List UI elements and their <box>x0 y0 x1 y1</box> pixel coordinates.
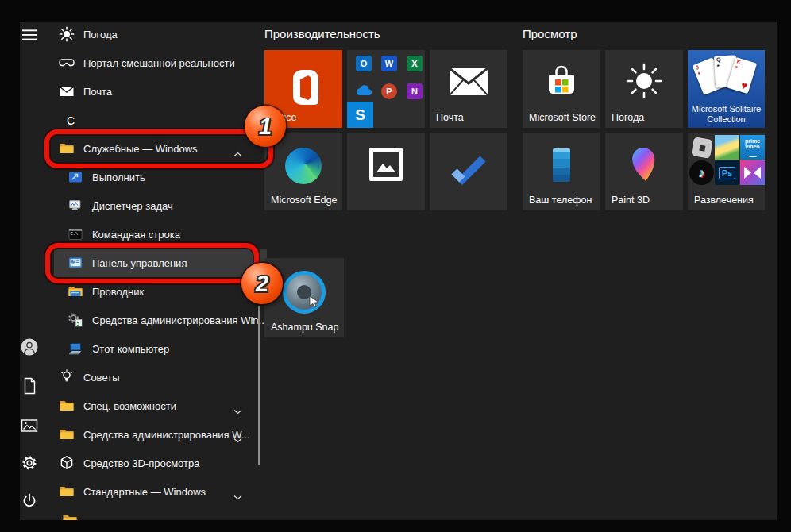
folder-icon <box>59 398 75 414</box>
document-icon <box>21 377 37 395</box>
tile-weather[interactable]: Погода <box>605 50 683 128</box>
weather-sun-icon <box>625 62 663 103</box>
tile-mail[interactable]: Почта <box>430 50 507 128</box>
tile-group-title: Просмотр <box>523 27 577 40</box>
onedrive-icon <box>355 84 372 100</box>
hamburger-icon <box>21 27 37 43</box>
tile-microsoft-store[interactable]: Microsoft Store <box>523 50 600 128</box>
skype-icon: S <box>347 102 373 128</box>
app-row-weather[interactable]: Погода <box>54 22 267 48</box>
app-row-this-pc[interactable]: Этот компьютер <box>54 334 267 363</box>
command-prompt-icon: C:\ <box>68 226 83 242</box>
weather-sun-icon <box>59 26 75 42</box>
chevron-down-icon <box>233 489 242 503</box>
start-menu: Погода Портал смешанной реальности Почта… <box>20 22 777 520</box>
tile-label: Microsoft Solitaire Collection <box>688 104 765 125</box>
tile-group-title: Производительность <box>264 27 380 40</box>
tile-to-do[interactable] <box>430 133 507 210</box>
admin-tools-icon <box>68 312 83 328</box>
app-row-windows-accessories-folder[interactable]: Стандартные — Windows <box>54 477 267 506</box>
app-row-admin-tools[interactable]: Средства администрирования Win... <box>54 306 267 334</box>
tile-label: Ваш телефон <box>529 195 592 206</box>
mail-envelope-icon <box>450 68 488 98</box>
app-row-accessibility-folder[interactable]: Спец. возможности <box>54 391 267 420</box>
tile-label: Microsoft Edge <box>271 195 337 206</box>
app-row-label: Погода <box>83 29 118 40</box>
photos-icon <box>369 148 403 184</box>
app-row-mixed-reality-portal[interactable]: Портал смешанной реальности <box>54 48 267 77</box>
tile-label: Microsoft Store <box>529 112 596 123</box>
photoshop-express-icon: Ps <box>715 160 739 185</box>
power-icon <box>21 492 38 510</box>
app-row-label: Советы <box>83 372 119 384</box>
app-row-task-manager[interactable]: Диспетчер задач <box>54 191 267 220</box>
gear-icon <box>21 454 38 472</box>
chevron-down-icon <box>233 432 242 446</box>
edge-logo-icon <box>285 148 322 184</box>
file-explorer-icon <box>68 283 83 299</box>
settings-button[interactable] <box>21 454 38 472</box>
app-row-admin-tools-folder[interactable]: Средства администрирования W... <box>54 420 267 449</box>
app-list-scrollbar[interactable] <box>258 306 260 465</box>
roblox-icon <box>689 135 714 160</box>
documents-button[interactable] <box>21 377 38 395</box>
app-row-tips[interactable]: Советы <box>54 363 267 391</box>
word-icon: W <box>381 56 397 71</box>
folder-icon <box>59 426 75 442</box>
task-manager-icon <box>68 198 83 214</box>
app-row-label: Спец. возможности <box>83 400 176 412</box>
app-row-label: Командная строка <box>92 229 180 241</box>
tile-solitaire[interactable]: J♦♦ Q♠♠ K♥♥ Microsoft Solitaire Collecti… <box>688 50 765 128</box>
app-row-3d-viewer[interactable]: Средство 3D-просмотра <box>54 449 267 477</box>
tiktok-icon: ♪ <box>689 160 714 185</box>
hamburger-menu-button[interactable] <box>21 26 38 44</box>
folder-icon <box>59 484 75 499</box>
store-bag-icon <box>543 63 580 102</box>
app-row-label: Портал смешанной реальности <box>83 57 235 69</box>
bowtie-app-icon <box>740 160 765 185</box>
app-row-partial-folder <box>62 512 78 520</box>
tile-your-phone[interactable]: Ваш телефон <box>523 133 600 210</box>
run-icon <box>68 169 83 185</box>
pictures-button[interactable] <box>21 417 38 434</box>
svg-text:C:\: C:\ <box>71 231 79 237</box>
ashampoo-snap-icon <box>283 271 326 314</box>
app-row-label: Средства администрирования Win... <box>92 314 267 326</box>
outlook-icon: O <box>356 56 372 71</box>
tile-photos[interactable] <box>347 133 425 210</box>
pictures-icon <box>21 418 38 434</box>
app-row-label: Проводник <box>92 286 144 298</box>
app-row-label: Стандартные — Windows <box>83 486 206 498</box>
tile-entertainment[interactable]: prime video ♪ Ps Развлечения <box>688 133 765 210</box>
tile-label: Почта <box>436 112 464 123</box>
mail-envelope-icon <box>59 83 75 99</box>
tile-office-apps-cluster[interactable]: O W X P N S <box>347 50 425 128</box>
app-row-label: Выполнить <box>92 172 145 183</box>
tile-label: Ashampu Snap <box>271 322 338 333</box>
this-pc-icon <box>68 341 83 357</box>
powerpoint-icon: P <box>381 83 397 99</box>
tile-paint-3d[interactable]: Paint 3D <box>605 133 683 210</box>
todo-checkmark-icon <box>449 153 488 190</box>
annotation-rect-step2 <box>45 243 259 283</box>
user-account-button[interactable] <box>21 338 38 356</box>
callout-step-1: 1 <box>245 106 286 147</box>
app-row-label: Почта <box>83 86 112 98</box>
power-button[interactable] <box>21 492 38 510</box>
user-avatar-icon <box>21 338 38 356</box>
tile-microsoft-edge[interactable]: Microsoft Edge <box>264 133 342 210</box>
tile-label: Paint 3D <box>612 195 650 206</box>
onenote-icon: N <box>407 83 423 99</box>
gardenscapes-icon <box>715 135 739 160</box>
app-row-mail[interactable]: Почта <box>54 77 267 106</box>
prime-video-icon: prime video <box>740 135 765 160</box>
paint-3d-drop-icon <box>626 143 662 187</box>
app-row-label: Этот компьютер <box>92 343 169 355</box>
tile-label: Погода <box>612 112 644 123</box>
annotation-rect-step1 <box>44 129 273 168</box>
app-row-label: Средства администрирования W... <box>83 429 250 441</box>
office-logo-icon <box>284 66 323 112</box>
3d-cube-icon <box>59 455 75 471</box>
app-row-label: Диспетчер задач <box>92 200 173 212</box>
tips-bulb-icon <box>59 369 75 385</box>
